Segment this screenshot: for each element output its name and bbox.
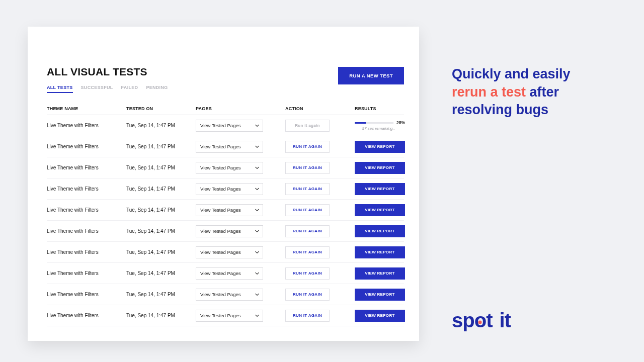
cell-tested: Tue, Sep 14, 1:47 PM [126, 228, 196, 234]
view-tested-pages-select[interactable]: View Tested Pages [196, 310, 263, 322]
view-report-button[interactable]: VIEW REPORT [355, 289, 405, 301]
view-tested-pages-select[interactable]: View Tested Pages [196, 225, 263, 237]
view-tested-pages-select[interactable]: View Tested Pages [196, 162, 263, 174]
view-tested-pages-select[interactable]: View Tested Pages [196, 246, 263, 258]
cell-theme: Live Theme with Filters [47, 207, 126, 213]
cell-tested: Tue, Sep 14, 1:47 PM [126, 207, 196, 213]
cell-theme: Live Theme with Filters [47, 165, 126, 170]
cell-tested: Tue, Sep 14, 1:47 PM [126, 270, 196, 276]
view-report-button[interactable]: VIEW REPORT [355, 183, 405, 195]
view-report-button[interactable]: VIEW REPORT [355, 310, 405, 322]
table-row: Live Theme with FiltersTue, Sep 14, 1:47… [47, 157, 404, 178]
cell-tested: Tue, Sep 14, 1:47 PM [126, 144, 196, 149]
table-row: Live Theme with FiltersTue, Sep 14, 1:47… [47, 263, 404, 284]
cell-tested: Tue, Sep 14, 1:47 PM [126, 165, 196, 170]
logo-word1: spot [452, 309, 492, 332]
view-report-button[interactable]: VIEW REPORT [355, 162, 405, 174]
col-theme: THEME NAME [47, 106, 126, 111]
col-action: ACTION [285, 106, 355, 111]
view-tested-pages-select[interactable]: View Tested Pages [196, 120, 263, 132]
run-it-again-button[interactable]: RUN IT AGAIN [285, 225, 330, 237]
run-it-again-button[interactable]: RUN IT AGAIN [285, 183, 330, 195]
view-report-button[interactable]: VIEW REPORT [355, 246, 405, 258]
view-tested-pages-select[interactable]: View Tested Pages [196, 267, 263, 280]
run-it-again-button: Run it again [285, 120, 330, 132]
cell-theme: Live Theme with Filters [47, 123, 126, 128]
promo-text: Quickly and easily rerun a test after re… [452, 65, 609, 119]
table-header: THEME NAME TESTED ON PAGES ACTION RESULT… [47, 106, 404, 115]
table-row: Live Theme with FiltersTue, Sep 14, 1:47… [47, 221, 404, 242]
cell-tested: Tue, Sep 14, 1:47 PM [126, 186, 196, 192]
tests-card: ALL VISUAL TESTS ALL TESTSSUCCESSFULFAIL… [28, 27, 419, 341]
promo-accent: rerun a test [452, 84, 526, 100]
tab-failed[interactable]: FAILED [121, 85, 138, 93]
view-report-button[interactable]: VIEW REPORT [355, 141, 405, 153]
cell-theme: Live Theme with Filters [47, 186, 126, 192]
run-it-again-button[interactable]: RUN IT AGAIN [285, 267, 330, 280]
col-pages: PAGES [196, 106, 285, 111]
table-row: Live Theme with FiltersTue, Sep 14, 1:47… [47, 200, 404, 221]
logo-o-icon: o [474, 309, 486, 332]
run-it-again-button[interactable]: RUN IT AGAIN [285, 141, 330, 153]
table-row: Live Theme with FiltersTue, Sep 14, 1:47… [47, 242, 404, 263]
view-tested-pages-select[interactable]: View Tested Pages [196, 204, 263, 216]
progress-bar [355, 122, 393, 124]
table-row: Live Theme with FiltersTue, Sep 14, 1:47… [47, 284, 404, 305]
view-tested-pages-select[interactable]: View Tested Pages [196, 141, 263, 153]
table-row: Live Theme with FiltersTue, Sep 14, 1:47… [47, 115, 404, 136]
progress-remaining: 97 sec remaining.. [355, 126, 405, 131]
tests-table: THEME NAME TESTED ON PAGES ACTION RESULT… [47, 106, 404, 326]
page-title: ALL VISUAL TESTS [47, 66, 168, 78]
table-row: Live Theme with FiltersTue, Sep 14, 1:47… [47, 305, 404, 326]
table-row: Live Theme with FiltersTue, Sep 14, 1:47… [47, 178, 404, 200]
run-it-again-button[interactable]: RUN IT AGAIN [285, 289, 330, 301]
cell-tested: Tue, Sep 14, 1:47 PM [126, 292, 196, 297]
run-it-again-button[interactable]: RUN IT AGAIN [285, 246, 330, 258]
view-report-button[interactable]: VIEW REPORT [355, 204, 405, 216]
logo-word2: it [499, 309, 510, 332]
cell-theme: Live Theme with Filters [47, 313, 126, 318]
cell-theme: Live Theme with Filters [47, 144, 126, 149]
cell-theme: Live Theme with Filters [47, 292, 126, 297]
view-tested-pages-select[interactable]: View Tested Pages [196, 289, 263, 301]
view-tested-pages-select[interactable]: View Tested Pages [196, 183, 263, 195]
tab-successful[interactable]: SUCCESSFUL [81, 85, 113, 93]
logo: spot it [452, 309, 511, 332]
progress: 28%97 sec remaining.. [355, 120, 405, 131]
col-tested: TESTED ON [126, 106, 196, 111]
cell-theme: Live Theme with Filters [47, 228, 126, 234]
col-results: RESULTS [355, 106, 404, 111]
tab-pending[interactable]: PENDING [146, 85, 168, 93]
cell-theme: Live Theme with Filters [47, 270, 126, 276]
run-it-again-button[interactable]: RUN IT AGAIN [285, 204, 330, 216]
cell-theme: Live Theme with Filters [47, 249, 126, 255]
view-report-button[interactable]: VIEW REPORT [355, 225, 405, 237]
cell-tested: Tue, Sep 14, 1:47 PM [126, 313, 196, 318]
table-row: Live Theme with FiltersTue, Sep 14, 1:47… [47, 136, 404, 157]
run-new-test-button[interactable]: RUN A NEW TEST [338, 67, 404, 84]
run-it-again-button[interactable]: RUN IT AGAIN [285, 310, 330, 322]
view-report-button[interactable]: VIEW REPORT [355, 267, 405, 280]
tabs: ALL TESTSSUCCESSFULFAILEDPENDING [47, 85, 168, 93]
run-it-again-button[interactable]: RUN IT AGAIN [285, 162, 330, 174]
tab-all-tests[interactable]: ALL TESTS [47, 85, 73, 93]
cell-tested: Tue, Sep 14, 1:47 PM [126, 249, 196, 255]
progress-percent: 28% [396, 120, 405, 125]
cell-tested: Tue, Sep 14, 1:47 PM [126, 123, 196, 128]
promo-line1: Quickly and easily [452, 66, 571, 81]
